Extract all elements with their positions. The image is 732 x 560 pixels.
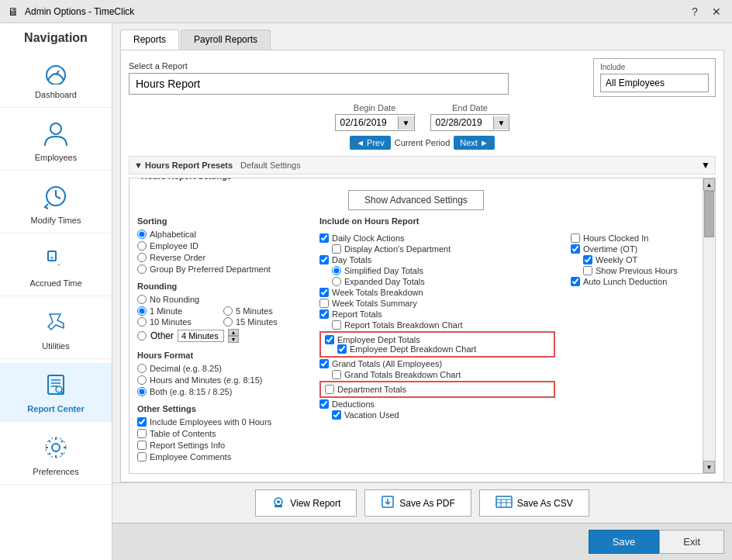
next-button[interactable]: Next ► — [454, 136, 495, 150]
employee-comments-checkbox[interactable] — [137, 452, 147, 461]
vacation-used-checkbox[interactable] — [332, 410, 341, 420]
overtime-label[interactable]: Overtime (OT) — [583, 244, 637, 254]
sort-employee-id-radio[interactable] — [137, 241, 147, 251]
round-1min-label[interactable]: 1 Minute — [150, 306, 182, 316]
sidebar-item-preferences[interactable]: Preferences — [0, 426, 112, 485]
round-15min-label[interactable]: 15 Minutes — [236, 317, 278, 327]
sort-alphabetical-radio[interactable] — [137, 230, 147, 239]
emp-dept-totals-checkbox[interactable] — [325, 335, 334, 344]
round-other-label[interactable]: Other — [150, 330, 174, 341]
daily-clock-checkbox[interactable] — [319, 233, 329, 243]
round-10min-label[interactable]: 10 Minutes — [150, 317, 192, 327]
end-date-input[interactable] — [431, 115, 493, 130]
report-dropdown[interactable]: Hours Report — [129, 73, 509, 95]
expanded-day-radio[interactable] — [332, 277, 341, 286]
display-action-checkbox[interactable] — [332, 244, 341, 254]
hformat-decimal-label[interactable]: Decimal (e.g. 8.25) — [150, 364, 222, 373]
weekly-ot-checkbox[interactable] — [583, 255, 592, 264]
show-previous-hours-checkbox[interactable] — [583, 266, 592, 275]
week-totals-breakdown-label[interactable]: Week Totals Breakdown — [332, 288, 423, 297]
overtime-checkbox[interactable] — [571, 244, 580, 254]
deductions-checkbox[interactable] — [319, 399, 329, 409]
round-5min-radio[interactable] — [223, 306, 233, 316]
expanded-day-label[interactable]: Expanded Day Totals — [344, 277, 425, 286]
round-10min-radio[interactable] — [137, 317, 147, 327]
other-spin-down[interactable]: ▼ — [228, 336, 239, 343]
help-button[interactable]: ? — [687, 4, 703, 19]
grand-totals-checkbox[interactable] — [319, 359, 329, 368]
hours-clocked-checkbox[interactable] — [571, 233, 580, 243]
round-5min-label[interactable]: 5 Minutes — [236, 306, 273, 316]
week-totals-summary-label[interactable]: Week Totals Summary — [332, 299, 417, 308]
sidebar-item-utilities[interactable]: Utilities — [0, 300, 112, 359]
other-spin-up[interactable]: ▲ — [228, 329, 239, 336]
close-button[interactable]: ✕ — [709, 4, 724, 19]
hours-clocked-label[interactable]: Hours Clocked In — [583, 233, 648, 243]
sort-alphabetical-label[interactable]: Alphabetical — [150, 230, 196, 239]
grand-totals-label[interactable]: Grand Totals (All Employees) — [332, 359, 442, 368]
save-as-pdf-button[interactable]: Save As PDF — [364, 489, 471, 517]
auto-lunch-checkbox[interactable] — [571, 277, 580, 286]
hformat-both-label[interactable]: Both (e.g. 8:15 / 8.25) — [150, 387, 232, 396]
round-other-radio[interactable] — [137, 331, 147, 340]
daily-clock-label[interactable]: Daily Clock Actions — [332, 233, 405, 243]
weekly-ot-label[interactable]: Weekly OT — [596, 255, 637, 264]
dept-totals-checkbox[interactable] — [325, 385, 334, 394]
round-15min-radio[interactable] — [223, 317, 233, 327]
report-totals-checkbox[interactable] — [319, 309, 329, 319]
begin-date-dropdown[interactable]: ▼ — [398, 116, 414, 130]
include-0hours-checkbox[interactable] — [137, 417, 147, 427]
auto-lunch-label[interactable]: Auto Lunch Deduction — [583, 277, 667, 286]
table-of-contents-checkbox[interactable] — [137, 429, 147, 438]
show-previous-hours-label[interactable]: Show Previous Hours — [596, 266, 678, 275]
sidebar-item-employees[interactable]: Employees — [0, 112, 112, 171]
simplified-day-radio[interactable] — [332, 266, 341, 275]
sort-employee-id-label[interactable]: Employee ID — [150, 241, 199, 251]
advanced-settings-button[interactable]: Show Advanced Settings — [348, 190, 484, 210]
scrollbar-up-button[interactable]: ▲ — [703, 178, 715, 191]
include-dropdown[interactable]: All Employees — [600, 74, 709, 92]
settings-scrollbar[interactable]: ▲ ▼ — [703, 178, 715, 473]
sort-group-dept-label[interactable]: Group By Preferred Department — [150, 264, 271, 274]
tab-reports[interactable]: Reports — [120, 29, 179, 50]
presets-row[interactable]: ▼ Hours Report Presets Default Settings … — [129, 156, 716, 175]
dept-totals-label[interactable]: Department Totals — [337, 385, 406, 394]
report-settings-info-label[interactable]: Report Settings Info — [150, 441, 225, 450]
round-1min-radio[interactable] — [137, 306, 147, 316]
grand-totals-breakdown-checkbox[interactable] — [332, 370, 341, 379]
other-minutes-input[interactable] — [178, 330, 224, 342]
begin-date-input[interactable] — [336, 115, 398, 130]
scrollbar-track[interactable] — [703, 191, 715, 461]
sidebar-item-report-center[interactable]: Report Center — [0, 363, 112, 422]
prev-button[interactable]: ◄ Prev — [350, 136, 391, 150]
sort-group-dept-radio[interactable] — [137, 264, 147, 274]
save-button[interactable]: Save — [589, 530, 660, 554]
hformat-hours-minutes-label[interactable]: Hours and Minutes (e.g. 8:15) — [150, 375, 263, 385]
vacation-used-label[interactable]: Vacation Used — [344, 410, 399, 420]
view-report-button[interactable]: View Report — [255, 489, 357, 517]
round-none-label[interactable]: No Rounding — [150, 295, 199, 304]
scrollbar-thumb[interactable] — [704, 191, 714, 237]
employee-comments-label[interactable]: Employee Comments — [150, 452, 231, 461]
round-none-radio[interactable] — [137, 295, 147, 304]
report-totals-label[interactable]: Report Totals — [332, 309, 382, 319]
week-totals-breakdown-checkbox[interactable] — [319, 288, 329, 297]
hformat-decimal-radio[interactable] — [137, 364, 147, 373]
emp-dept-breakdown-checkbox[interactable] — [337, 344, 347, 354]
day-totals-label[interactable]: Day Totals — [332, 255, 371, 264]
emp-dept-breakdown-label[interactable]: Employee Dept Breakdown Chart — [350, 344, 476, 354]
deductions-label[interactable]: Deductions — [332, 399, 375, 409]
simplified-day-label[interactable]: Simplified Day Totals — [344, 266, 423, 275]
emp-dept-totals-label[interactable]: Employee Dept Totals — [337, 335, 420, 344]
day-totals-checkbox[interactable] — [319, 255, 329, 264]
exit-button[interactable]: Exit — [659, 530, 724, 554]
sidebar-item-dashboard[interactable]: Dashboard — [0, 55, 112, 108]
table-of-contents-label[interactable]: Table of Contents — [150, 429, 216, 438]
save-as-csv-button[interactable]: Save As CSV — [479, 489, 589, 517]
scrollbar-down-button[interactable]: ▼ — [703, 461, 715, 473]
sidebar-item-modify-times[interactable]: Modify Times — [0, 175, 112, 233]
display-action-label[interactable]: Display Action's Department — [344, 244, 451, 254]
sidebar-item-accrued-time[interactable]: + - Accrued Time — [0, 237, 112, 296]
include-0hours-label[interactable]: Include Employees with 0 Hours — [150, 417, 271, 427]
hformat-hours-minutes-radio[interactable] — [137, 375, 147, 385]
